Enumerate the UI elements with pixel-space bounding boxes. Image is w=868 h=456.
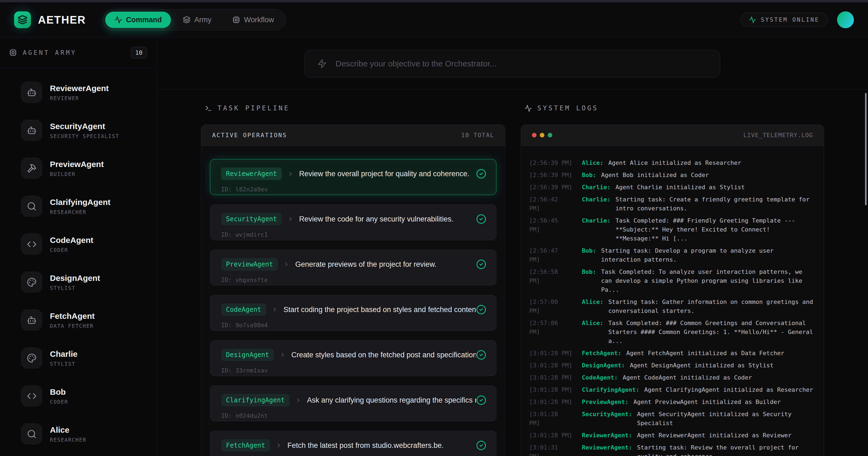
chevron-right-icon bbox=[295, 397, 302, 403]
agent-avatar bbox=[21, 82, 42, 103]
log-entry: [3:01:28 PM] SecurityAgent: Agent Securi… bbox=[529, 410, 816, 427]
task-card[interactable]: SecurityAgent Review the code for any se… bbox=[210, 204, 496, 240]
agent-list-item[interactable]: CodeAgent CODER bbox=[21, 234, 156, 255]
tab-army[interactable]: Army bbox=[174, 12, 220, 28]
log-message: Starting task: Develop a program to anal… bbox=[601, 246, 816, 264]
maximize-dot-icon bbox=[548, 133, 552, 137]
chevron-right-icon bbox=[276, 442, 282, 449]
terminal-icon bbox=[205, 105, 212, 112]
agent-list-item[interactable]: DesignAgent STYLIST bbox=[21, 272, 156, 293]
agent-list-item[interactable]: ClarifyingAgent RESEARCHER bbox=[21, 196, 156, 217]
task-card[interactable]: DesignAgent Create styles based on the f… bbox=[210, 340, 496, 376]
task-card[interactable]: ClarifyingAgent Ask any clarifying quest… bbox=[210, 386, 496, 421]
system-status-label: SYSTEM ONLINE bbox=[761, 17, 819, 23]
agent-list: ReviewerAgent REVIEWER SecurityAgent SEC… bbox=[0, 68, 156, 444]
log-entry: [3:01:28 PM] PreviewAgent: Agent Preview… bbox=[529, 397, 816, 406]
log-agent-name: SecurityAgent: bbox=[582, 410, 632, 419]
layers-icon bbox=[183, 16, 190, 24]
task-card[interactable]: FetchAgent Fetch the latest post from st… bbox=[210, 431, 496, 456]
log-timestamp: [3:01:28 PM] bbox=[529, 361, 575, 370]
log-agent-name: CodeAgent: bbox=[582, 373, 618, 382]
log-message: Task Completed: ### Common Greetings and… bbox=[608, 319, 816, 346]
tab-workflow[interactable]: Workflow bbox=[223, 12, 283, 28]
agent-list-item[interactable]: Charlie STYLIST bbox=[21, 348, 156, 368]
agent-type-icon bbox=[27, 391, 37, 401]
telemetry-log-header: LIVE_TELEMETRY.LOG bbox=[521, 125, 824, 146]
activity-icon bbox=[525, 105, 532, 112]
agent-avatar bbox=[21, 196, 42, 217]
task-row: ClarifyingAgent Ask any clarifying quest… bbox=[221, 394, 486, 406]
agent-role: RESEARCHER bbox=[50, 209, 111, 215]
task-card[interactable]: CodeAgent Start coding the project based… bbox=[210, 295, 496, 331]
log-agent-name: Bob: bbox=[582, 267, 596, 276]
agent-name: SecurityAgent bbox=[50, 122, 119, 131]
log-entry: [2:56:58 PM] Bob: Task Completed: To ana… bbox=[529, 267, 816, 294]
log-timestamp: [3:01:28 PM] bbox=[529, 349, 575, 358]
agent-name: CodeAgent bbox=[50, 236, 93, 245]
agent-list-item[interactable]: ReviewerAgent REVIEWER bbox=[21, 82, 156, 103]
log-agent-name: PreviewAgent: bbox=[582, 397, 628, 406]
check-circle-icon bbox=[476, 214, 486, 224]
tab-army-label: Army bbox=[194, 16, 211, 24]
sidebar-title: AGENT ARMY bbox=[23, 49, 76, 56]
agent-list-item[interactable]: PreviewAgent BUILDER bbox=[21, 158, 156, 178]
task-id: ID: 33rnm1xav bbox=[221, 367, 486, 374]
activity-icon bbox=[115, 16, 122, 24]
active-operations-panel: ACTIVE OPERATIONS 10 TOTAL ReviewerAgent… bbox=[201, 124, 505, 456]
agent-role: DATA FETCHER bbox=[50, 323, 95, 329]
agent-meta: ReviewerAgent REVIEWER bbox=[50, 84, 109, 101]
log-entry: [2:56:45 PM] Charlie: Task Completed: ##… bbox=[529, 216, 816, 243]
agent-list-item[interactable]: SecurityAgent SECURITY SPECIALIST bbox=[21, 120, 156, 141]
page-scrollbar-thumb[interactable] bbox=[865, 93, 867, 205]
log-entry: [2:56:39 PM] Charlie: Agent Charlie init… bbox=[529, 183, 816, 192]
agent-type-icon bbox=[27, 239, 37, 249]
log-entry: [2:56:39 PM] Alice: Agent Alice initiali… bbox=[529, 158, 816, 167]
agent-name: ReviewerAgent bbox=[50, 84, 109, 93]
agent-meta: PreviewAgent BUILDER bbox=[50, 160, 104, 177]
log-agent-name: Charlie: bbox=[582, 195, 611, 204]
agent-type-icon bbox=[27, 163, 37, 173]
sidebar-header: AGENT ARMY 10 bbox=[0, 37, 156, 68]
task-card[interactable]: ReviewerAgent Review the overall project… bbox=[210, 159, 496, 195]
agent-name: Charlie bbox=[50, 350, 78, 358]
agent-type-icon bbox=[27, 201, 37, 211]
agent-list-item[interactable]: Bob CODER bbox=[21, 386, 156, 406]
log-agent-name: ClarifyingAgent: bbox=[582, 385, 639, 394]
system-logs-title: SYSTEM LOGS bbox=[537, 104, 598, 112]
agent-role: BUILDER bbox=[50, 171, 104, 177]
log-timestamp: [3:01:31 PM] bbox=[529, 443, 575, 456]
agent-role: STYLIST bbox=[50, 285, 100, 291]
activity-icon bbox=[749, 16, 756, 23]
log-message: Agent ReviewerAgent initialized as Revie… bbox=[637, 431, 816, 440]
task-description: Fetch the latest post from studio.webcra… bbox=[287, 442, 444, 450]
objective-input-box bbox=[304, 50, 720, 77]
agent-list-item[interactable]: FetchAgent DATA FETCHER bbox=[21, 310, 156, 330]
avatar[interactable] bbox=[837, 11, 854, 28]
log-timestamp: [2:56:42 PM] bbox=[529, 195, 575, 213]
tab-command-label: Command bbox=[126, 16, 162, 24]
task-card[interactable]: PreviewAgent Generate previews of the pr… bbox=[210, 250, 496, 286]
log-message: Agent DesignAgent initialized as Stylist bbox=[630, 361, 816, 370]
agent-avatar bbox=[21, 310, 42, 330]
task-id: ID: wvjmdirc1 bbox=[221, 231, 486, 238]
chevron-right-icon bbox=[272, 306, 278, 313]
log-message: Agent Bob initialized as Coder bbox=[601, 170, 816, 180]
agent-avatar bbox=[21, 158, 42, 178]
agent-list-item[interactable]: Alice RESEARCHER bbox=[21, 423, 156, 444]
objective-input[interactable] bbox=[335, 59, 707, 69]
layers-icon bbox=[18, 15, 27, 25]
log-entry: [2:57:00 PM] Alice: Starting task: Gathe… bbox=[529, 297, 816, 315]
log-message: Agent CodeAgent initialized as Coder bbox=[622, 373, 816, 382]
log-timestamp: [3:01:28 PM] bbox=[529, 410, 575, 427]
header-right: SYSTEM ONLINE bbox=[741, 11, 854, 28]
main-content: TASK PIPELINE ACTIVE OPERATIONS 10 TOTAL… bbox=[156, 90, 868, 456]
log-timestamp: [3:01:28 PM] bbox=[529, 397, 575, 406]
task-row: DesignAgent Create styles based on the f… bbox=[221, 349, 486, 361]
tab-command[interactable]: Command bbox=[105, 12, 171, 28]
log-agent-name: Alice: bbox=[582, 319, 603, 327]
task-id: ID: 9o7sa98m4 bbox=[221, 322, 486, 329]
log-entry: [3:01:28 PM] FetchAgent: Agent FetchAgen… bbox=[529, 349, 816, 358]
chevron-right-icon bbox=[287, 170, 294, 177]
log-timestamp: [2:56:39 PM] bbox=[529, 158, 575, 167]
task-id: ID: n024du2nt bbox=[221, 412, 486, 419]
